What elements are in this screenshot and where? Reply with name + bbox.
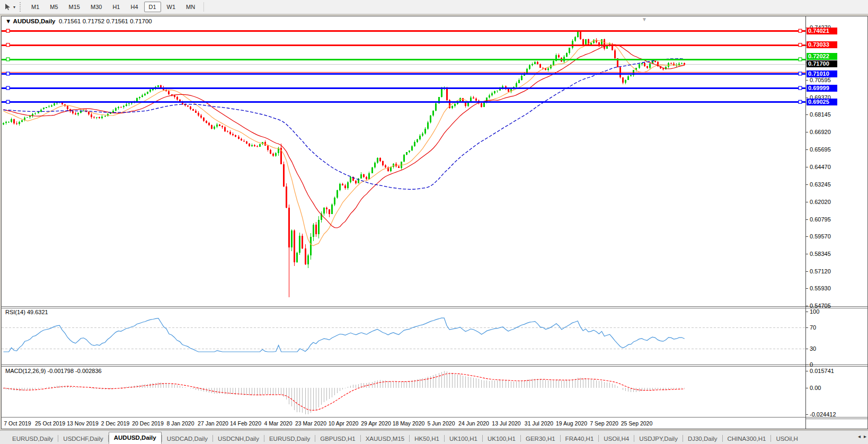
rsi-label: RSI(14) 49.6321 [5, 309, 48, 315]
date-label: 29 Apr 2020 [361, 420, 391, 427]
tab-audusd-daily[interactable]: AUDUSD,Daily [109, 432, 162, 444]
macd-panel[interactable] [2, 366, 805, 418]
cursor-tool-dropdown-icon[interactable]: ▾ [13, 5, 15, 10]
timeframe-button-w1[interactable]: W1 [162, 2, 181, 12]
date-label: 8 Jan 2020 [167, 420, 194, 427]
timeframe-button-m15[interactable]: M15 [64, 2, 85, 12]
symbol-dropdown-icon[interactable]: ▼ [5, 18, 11, 24]
axis-tickmark [806, 349, 808, 349]
rsi-tick-70: 70 [810, 324, 816, 331]
tab-gbpusd-h1[interactable]: GBPUSD,H1 [315, 433, 360, 444]
tab-usdchf-daily[interactable]: USDCHF,Daily [58, 433, 108, 444]
tab-scroll-left-icon[interactable]: ◂ [858, 433, 861, 439]
timeframe-button-h1[interactable]: H1 [108, 2, 125, 12]
top-toolbar: ▾ M1M5M15M30H1H4D1W1MN [0, 0, 868, 14]
axis-tickmark [806, 271, 808, 272]
tab-china300-h1[interactable]: CHINA300,H1 [723, 433, 771, 444]
tab-xauusd-m15[interactable]: XAUUSD,M15 [361, 433, 410, 444]
cursor-icon [4, 3, 12, 11]
date-axis[interactable]: 7 Oct 201925 Oct 201913 Nov 20192 Dec 20… [2, 418, 805, 429]
tab-usdcad-daily[interactable]: USDCAD,Daily [162, 433, 212, 444]
axis-tickmark [806, 202, 808, 202]
price-tick-0.68145: 0.68145 [810, 111, 831, 118]
timeframe-button-h4[interactable]: H4 [126, 2, 143, 12]
axis-tickmark [806, 80, 808, 81]
axis-tickmark [806, 236, 808, 237]
date-label: 25 Sep 2020 [621, 420, 653, 427]
tab-usoil-h4[interactable]: USOil,H4 [599, 433, 634, 444]
date-label: 7 Sep 2020 [590, 420, 618, 427]
toolbar-grip-handle[interactable] [20, 2, 22, 12]
date-label: 10 Apr 2020 [329, 420, 359, 427]
rsi-tick-30: 30 [810, 345, 816, 352]
tab-eurusd-daily[interactable]: EURUSD,Daily [264, 433, 315, 444]
tab-uk100-h1[interactable]: UK100,H1 [483, 433, 520, 444]
ohlc-values: 0.71561 0.71752 0.71561 0.71700 [59, 18, 152, 24]
axis-tickmark [806, 288, 808, 289]
price-badge-0.69999: 0.69999 [807, 85, 837, 92]
price-badge-0.71010: 0.71010 [807, 70, 837, 77]
price-badge-0.69025: 0.69025 [807, 99, 837, 105]
timeframe-button-m30[interactable]: M30 [86, 2, 107, 12]
date-label: 2 Dec 2019 [101, 420, 130, 427]
axis-tickmark [806, 97, 808, 98]
macd-tick-0.00: 0.00 [810, 385, 821, 391]
axis-tickmark [806, 114, 808, 115]
toolbar-separator [203, 2, 204, 12]
timeframe-button-m5[interactable]: M5 [45, 2, 63, 12]
tab-usdjpy-daily[interactable]: USDJPY,Daily [634, 433, 683, 444]
date-label: 7 Oct 2019 [4, 420, 31, 427]
tab-eurusd-daily[interactable]: EURUSD,Daily [7, 433, 58, 444]
axis-tickmark [806, 167, 808, 167]
timeframe-button-mn[interactable]: MN [181, 2, 200, 12]
macd-label: MACD(12,26,9) -0.001798 -0.002836 [5, 368, 102, 374]
axis-tickmark [806, 149, 808, 150]
panel-separator[interactable] [2, 365, 867, 367]
axis-tickmark [806, 312, 808, 312]
date-label: 13 Nov 2019 [67, 420, 99, 427]
tab-usoil-h[interactable]: USOil,H [771, 433, 803, 444]
date-label: 18 May 2020 [393, 420, 425, 427]
price-badge-0.73033: 0.73033 [807, 41, 837, 48]
price-tick-0.65695: 0.65695 [810, 146, 831, 153]
chart-shift-marker[interactable]: ▼ [642, 16, 647, 22]
price-tick-0.66920: 0.66920 [810, 129, 831, 135]
date-label: 19 Aug 2020 [556, 420, 587, 427]
tab-scroll-buttons: ◂ ▸ [858, 433, 866, 439]
tab-scroll-right-icon[interactable]: ▸ [864, 433, 866, 439]
macd-tick-0.015741: 0.015741 [810, 368, 834, 374]
rsi-panel[interactable] [2, 307, 805, 365]
rsi-tick-0: 0 [810, 361, 813, 368]
timeframe-button-d1[interactable]: D1 [144, 2, 161, 12]
date-label: 13 Jul 2020 [492, 420, 520, 427]
tab-uk100-h1[interactable]: UK100,H1 [445, 433, 482, 444]
timeframe-buttons: M1M5M15M30H1H4D1W1MN [26, 2, 200, 12]
axis-tickmark [806, 327, 808, 328]
chart-title: ▼ AUDUSD,Daily 0.71561 0.71752 0.71561 0… [5, 18, 152, 24]
chart-window[interactable]: ▼ AUDUSD,Daily 0.71561 0.71752 0.71561 0… [1, 16, 868, 429]
price-tick-0.58345: 0.58345 [810, 251, 831, 257]
axis-tickmark [806, 219, 808, 220]
main-price-panel[interactable] [2, 16, 805, 306]
tab-usdcnh-daily[interactable]: USDCNH,Daily [213, 433, 264, 444]
price-tick-0.64470: 0.64470 [810, 164, 831, 170]
axis-tickmark [806, 414, 808, 415]
price-badge-0.71700: 0.71700 [807, 60, 837, 67]
price-badge-0.72022: 0.72022 [807, 53, 837, 60]
date-label: 31 Jul 2020 [525, 420, 553, 427]
tab-ger30-h1[interactable]: GER30,H1 [521, 433, 560, 444]
price-tick-0.57120: 0.57120 [810, 268, 831, 274]
price-tick-0.62020: 0.62020 [810, 199, 831, 205]
axis-tickmark [806, 388, 808, 388]
tab-fra40-h1[interactable]: FRA40,H1 [561, 433, 599, 444]
price-axis[interactable]: 0.742700.730450.718200.705950.693700.681… [805, 16, 867, 429]
panel-separator[interactable] [2, 306, 867, 308]
timeframe-button-m1[interactable]: M1 [26, 2, 44, 12]
price-tick-0.55930: 0.55930 [810, 285, 831, 291]
cursor-tool-icon[interactable] [3, 2, 13, 12]
tab-hk50-h1[interactable]: HK50,H1 [410, 433, 444, 444]
tab-dj30-daily[interactable]: DJ30,Daily [683, 433, 722, 444]
date-label: 24 Jun 2020 [458, 420, 489, 427]
axis-tickmark [806, 365, 808, 365]
date-label: 20 Dec 2019 [132, 420, 164, 427]
